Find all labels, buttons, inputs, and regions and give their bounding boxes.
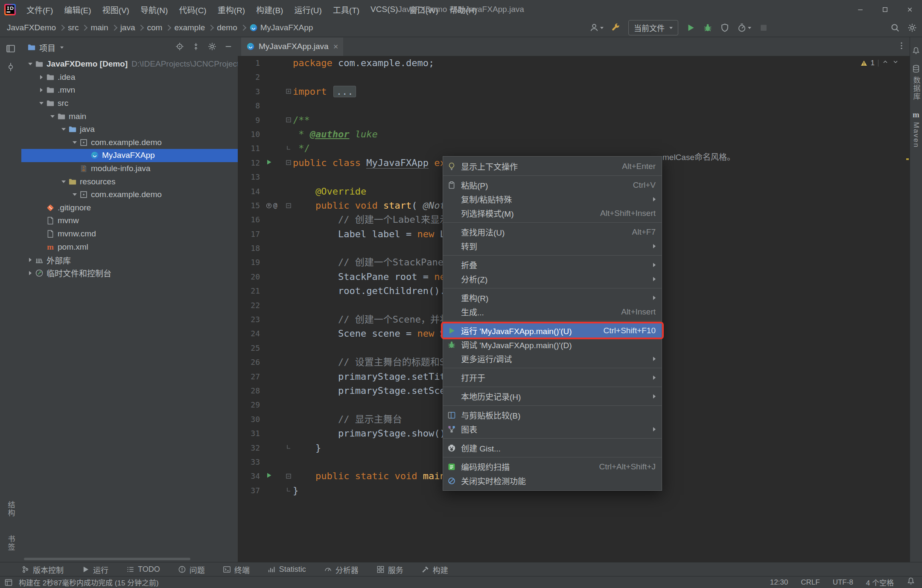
tool-stripe-maven[interactable]: mMaven: [912, 110, 920, 148]
search-everywhere-button[interactable]: [890, 23, 900, 32]
tree-chevron-down-icon[interactable]: [59, 180, 68, 183]
tree-item[interactable]: mpom.xml: [21, 240, 238, 253]
menubar-item[interactable]: 编辑(E): [58, 0, 96, 19]
editor-line[interactable]: 1package com.example.demo;: [238, 56, 910, 70]
breadcrumb-item[interactable]: main: [90, 23, 108, 32]
menubar-item[interactable]: 重构(R): [212, 0, 251, 19]
fold-marker[interactable]: [284, 159, 293, 166]
inspections-widget[interactable]: 1: [861, 58, 899, 67]
context-menu-item-local-history[interactable]: 本地历史记录(H): [443, 389, 662, 403]
tree-chevron-down-icon[interactable]: [59, 128, 68, 131]
tree-chevron-right-icon[interactable]: [37, 75, 46, 79]
tool-window-switcher-icon[interactable]: [4, 578, 13, 587]
fold-marker[interactable]: [284, 88, 293, 95]
editor-line[interactable]: 10 * @author luke: [238, 127, 910, 141]
debug-button[interactable]: [703, 23, 712, 32]
tree-chevron-down-icon[interactable]: [48, 115, 57, 118]
run-line-button[interactable]: [266, 469, 272, 483]
tree-chevron-down-icon[interactable]: [70, 193, 79, 196]
tree-item[interactable]: .mvn: [21, 84, 238, 97]
context-menu-item-diagrams[interactable]: 图表: [443, 422, 662, 436]
settings-button[interactable]: [907, 23, 917, 32]
breadcrumb-item[interactable]: src: [68, 23, 79, 32]
menubar-item[interactable]: 代码(C): [173, 0, 212, 19]
menubar-item[interactable]: 帮助(H): [444, 0, 482, 19]
editor-line[interactable]: 9/**: [238, 113, 910, 127]
breadcrumb-item[interactable]: java: [120, 23, 135, 32]
tree-item[interactable]: JavaFXDemo [Demo]D:\IDEAProjects\JCNCPro…: [21, 58, 238, 71]
tool-stripe-notifications[interactable]: [912, 47, 920, 55]
coverage-button[interactable]: [720, 23, 729, 32]
editor-line[interactable]: 3import ...: [238, 84, 910, 99]
breadcrumb-item[interactable]: com: [147, 23, 162, 32]
fold-marker[interactable]: [284, 116, 293, 123]
menubar-item[interactable]: 窗口(W): [403, 0, 444, 19]
tree-item[interactable]: MyJavaFXApp: [21, 149, 238, 162]
context-menu-item-code-convention-scan[interactable]: 编码规约扫描Ctrl+Alt+Shift+J: [443, 460, 662, 474]
tree-item[interactable]: .idea: [21, 71, 238, 84]
minimize-button[interactable]: [848, 0, 872, 19]
hide-panel-button[interactable]: [224, 42, 233, 53]
tree-item[interactable]: com.example.demo: [21, 136, 238, 149]
tree-item[interactable]: mvnw: [21, 214, 238, 227]
tree-item[interactable]: main: [21, 110, 238, 123]
tree-item[interactable]: mvnw.cmd: [21, 227, 238, 241]
context-menu-item-refactor[interactable]: 重构(R): [443, 291, 662, 305]
collaboration-button[interactable]: [589, 23, 604, 32]
menubar-item[interactable]: 文件(F): [21, 0, 58, 19]
menubar-item[interactable]: 构建(B): [251, 0, 289, 19]
fold-marker[interactable]: [284, 444, 293, 451]
maximize-button[interactable]: [872, 0, 897, 19]
tree-item[interactable]: 外部库: [21, 253, 238, 267]
commit-tool-button[interactable]: [6, 62, 15, 74]
next-highlight-button[interactable]: [892, 58, 899, 67]
toolwindow-button-terminal[interactable]: 终端: [223, 564, 250, 575]
warning-stripe-mark[interactable]: [906, 158, 909, 160]
run-configuration-select[interactable]: 当前文件: [628, 20, 678, 35]
context-menu-item-run-main[interactable]: 运行 'MyJavaFXApp.main()'(U)Ctrl+Shift+F10: [443, 323, 662, 338]
context-menu-item-compare-with-clipboard[interactable]: 与剪贴板比较(B): [443, 408, 662, 422]
context-menu-item-show-context-actions[interactable]: 显示上下文操作Alt+Enter: [443, 159, 662, 173]
tab-options-icon[interactable]: [897, 41, 906, 52]
fold-marker[interactable]: [284, 487, 293, 494]
context-menu-item-column-selection-mode[interactable]: 列选择模式(M)Alt+Shift+Insert: [443, 206, 662, 220]
status-notifications[interactable]: [907, 577, 915, 588]
status-line-separator-widget[interactable]: CRLF: [801, 578, 820, 587]
toolwindow-button-profiler[interactable]: 分析器: [324, 564, 359, 575]
tool-stripe-bookmarks[interactable]: 书签: [6, 535, 16, 551]
tree-item[interactable]: resources: [21, 175, 238, 188]
toolwindow-button-build[interactable]: 构建: [421, 564, 448, 575]
editor-line[interactable]: 8: [238, 99, 910, 113]
external-tools-button[interactable]: [611, 23, 621, 32]
panel-settings-button[interactable]: [208, 42, 216, 53]
tree-item[interactable]: src: [21, 97, 238, 110]
tree-item[interactable]: 临时文件和控制台: [21, 267, 238, 280]
run-line-button[interactable]: [266, 156, 272, 170]
context-menu-item-go-to[interactable]: 转到: [443, 239, 662, 253]
context-menu-item-generate[interactable]: 生成...Alt+Insert: [443, 305, 662, 319]
toolwindow-button-version-control[interactable]: 版本控制: [21, 564, 64, 575]
menubar-item[interactable]: VCS(S): [365, 0, 403, 19]
project-view-selector[interactable]: 项目: [27, 42, 64, 53]
close-button[interactable]: [897, 0, 922, 19]
editor-line[interactable]: 11 */: [238, 141, 910, 155]
breadcrumb-item[interactable]: JavaFXDemo: [7, 23, 56, 32]
project-tool-button[interactable]: [6, 44, 15, 55]
close-tab-icon[interactable]: ×: [333, 42, 338, 52]
breadcrumb-item[interactable]: example: [174, 23, 205, 32]
toolwindow-button-run[interactable]: 运行: [82, 564, 108, 575]
tree-chevron-right-icon[interactable]: [26, 258, 35, 262]
context-menu-item-create-gist[interactable]: 创建 Gist...: [443, 441, 662, 455]
context-menu-item-analyze[interactable]: 分析(Z): [443, 272, 662, 286]
context-menu-item-paste[interactable]: 粘贴(P)Ctrl+V: [443, 178, 662, 192]
context-menu-item-folding[interactable]: 折叠: [443, 258, 662, 272]
tool-stripe-structure[interactable]: 结构: [6, 501, 16, 517]
context-menu-item-copy-paste-special[interactable]: 复制/粘贴特殊: [443, 192, 662, 206]
status-indent-widget[interactable]: 4 个空格: [866, 577, 894, 588]
toolwindow-button-statistic[interactable]: Statistic: [268, 565, 306, 574]
tree-chevron-right-icon[interactable]: [26, 271, 35, 275]
context-menu-item-debug-main[interactable]: 调试 'MyJavaFXApp.main()'(D): [443, 338, 662, 352]
profiler-button[interactable]: [737, 23, 751, 32]
horizontal-scrollbar[interactable]: [24, 558, 190, 560]
breadcrumb-item[interactable]: demo: [217, 23, 237, 32]
